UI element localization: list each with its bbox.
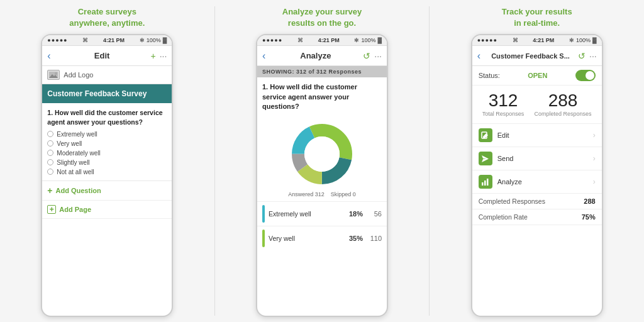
more-icon-1[interactable]: ··· — [160, 51, 167, 61]
nav-bar-3: ‹ Customer Feedback S... ↺ ··· — [472, 46, 602, 66]
answered-skipped: Answered 312 Skipped 0 — [257, 191, 387, 197]
phone-track: ●●●●● ⌘ 4:21 PM ✻ 100% ▓ ‹ Customer Feed… — [471, 34, 603, 317]
signal-dots-3: ●●●●● — [477, 37, 497, 43]
result-row-1: Very well 35% 110 — [257, 226, 387, 250]
svg-rect-12 — [484, 180, 486, 186]
showing-bar: SHOWING: 312 of 312 Responses — [257, 66, 387, 77]
status-bar-2: ●●●●● ⌘ 4:21 PM ✻ 100% ▓ — [257, 35, 387, 46]
menu-send[interactable]: Send › — [472, 147, 602, 170]
wifi-icon-1: ⌘ — [82, 37, 88, 43]
menu-analyze[interactable]: Analyze › — [472, 170, 602, 194]
menu-analyze-label: Analyze — [497, 178, 593, 186]
chevron-analyze: › — [593, 177, 596, 186]
plus-icon-question: + — [47, 186, 52, 196]
summary-completed-key: Completed Responses — [479, 197, 545, 205]
back-button-1[interactable]: ‹ — [47, 50, 50, 62]
bluetooth-icon-2: ✻ — [354, 37, 359, 43]
svg-marker-10 — [482, 155, 489, 162]
bar-strip-1 — [262, 230, 265, 247]
plus-icon-page: + — [47, 205, 56, 214]
summary-completed-val: 288 — [584, 197, 595, 205]
summary-rate-val: 75% — [582, 213, 596, 221]
column-track: Track your results in real-time. ●●●●● ⌘… — [430, 0, 644, 322]
wifi-icon-2: ⌘ — [297, 37, 303, 43]
menu-edit-label: Edit — [497, 131, 593, 139]
bar-pct-0: 18% — [349, 210, 363, 218]
column-create-title: Create surveys anywhere, anytime. — [69, 6, 145, 29]
bar-label-1: Very well — [269, 235, 345, 242]
radio-very[interactable] — [47, 140, 53, 147]
menu-edit[interactable]: Edit › — [472, 124, 602, 147]
bar-label-0: Extremely well — [269, 210, 345, 218]
bluetooth-icon-3: ✻ — [569, 37, 574, 43]
bar-strip-0 — [262, 205, 265, 223]
status-bar-3: ●●●●● ⌘ 4:21 PM ✻ 100% ▓ — [472, 35, 602, 46]
menu-send-label: Send — [497, 155, 593, 162]
phone-create: ●●●●● ⌘ 4:21 PM ✻ 100% ▓ ‹ Edit + ··· — [41, 34, 173, 317]
svg-rect-13 — [487, 179, 489, 186]
summary-completed: Completed Responses 288 — [472, 194, 602, 209]
survey-title-bar: Customer Feedback Survey — [42, 84, 172, 103]
back-button-3[interactable]: ‹ — [477, 50, 480, 62]
phone-analyze: ●●●●● ⌘ 4:21 PM ✻ 100% ▓ ‹ Analyze ↺ ··· — [256, 34, 388, 317]
total-responses-label: Total Responses — [482, 111, 525, 117]
add-question-btn[interactable]: + Add Question — [42, 181, 172, 201]
label-very: Very well — [57, 140, 82, 147]
add-icon-1[interactable]: + — [150, 51, 155, 61]
status-bar-1: ●●●●● ⌘ 4:21 PM ✻ 100% ▓ — [42, 35, 172, 46]
more-icon-2[interactable]: ··· — [374, 51, 382, 61]
svg-rect-11 — [482, 182, 484, 186]
option-moderately: Moderately well — [47, 150, 167, 157]
column-track-title: Track your results in real-time. — [502, 6, 572, 29]
option-very: Very well — [47, 140, 167, 147]
question-text-1: 1. How well did the customer service age… — [47, 108, 167, 126]
label-extremely: Extremely well — [57, 131, 97, 138]
option-slightly: Slightly well — [47, 159, 167, 166]
time-2: 4:21 PM — [318, 37, 340, 43]
question-section-1: 1. How well did the customer service age… — [42, 103, 172, 180]
radio-extremely[interactable] — [47, 131, 53, 137]
stats-row: 312 Total Responses 288 Completed Respon… — [472, 86, 602, 124]
battery-2: 100% — [361, 37, 375, 43]
more-icon-3[interactable]: ··· — [589, 51, 597, 61]
nav-bar-2: ‹ Analyze ↺ ··· — [257, 46, 387, 66]
add-logo-bar[interactable]: Add Logo — [42, 66, 172, 84]
completed-responses-number: 288 — [535, 92, 592, 109]
bar-count-0: 56 — [369, 210, 382, 218]
send-icon-sq — [479, 152, 492, 165]
label-moderately: Moderately well — [57, 150, 100, 157]
summary-rate: Completion Rate 75% — [472, 209, 602, 225]
svg-point-8 — [304, 136, 340, 172]
completed-responses-label: Completed Responses — [535, 111, 592, 117]
logo-icon — [47, 70, 60, 80]
status-open: OPEN — [528, 72, 547, 79]
radio-slightly[interactable] — [47, 159, 53, 165]
time-3: 4:21 PM — [533, 37, 554, 43]
radio-notatall[interactable] — [47, 169, 53, 175]
refresh-icon-3[interactable]: ↺ — [578, 51, 586, 61]
column-create: Create surveys anywhere, anytime. ●●●●● … — [0, 0, 214, 322]
phone-content-1: Add Logo Customer Feedback Survey 1. How… — [42, 66, 172, 316]
svg-point-2 — [55, 72, 57, 75]
battery-3: 100% — [576, 37, 591, 43]
column-analyze-title: Analyze your survey results on the go. — [282, 6, 362, 29]
nav-title-2: Analyze — [268, 51, 363, 60]
radio-moderately[interactable] — [47, 150, 53, 156]
refresh-icon-2[interactable]: ↺ — [363, 51, 370, 61]
donut-chart — [257, 114, 387, 191]
total-responses-number: 312 — [482, 92, 525, 109]
nav-title-3: Customer Feedback S... — [483, 52, 578, 60]
edit-icon-sq — [479, 128, 492, 142]
status-toggle[interactable] — [575, 70, 596, 81]
add-page-btn[interactable]: + Add Page — [42, 201, 172, 219]
battery-icon-2: ▓ — [377, 37, 382, 43]
signal-dots-2: ●●●●● — [262, 37, 282, 43]
battery-1: 100% — [147, 37, 161, 43]
analyze-icon-sq — [479, 175, 492, 189]
bar-pct-1: 35% — [349, 235, 363, 242]
total-responses-block: 312 Total Responses — [482, 92, 525, 117]
chevron-send: › — [593, 154, 596, 163]
column-analyze: Analyze your survey results on the go. ●… — [215, 0, 430, 322]
chevron-edit: › — [593, 131, 596, 140]
back-button-2[interactable]: ‹ — [262, 50, 265, 62]
